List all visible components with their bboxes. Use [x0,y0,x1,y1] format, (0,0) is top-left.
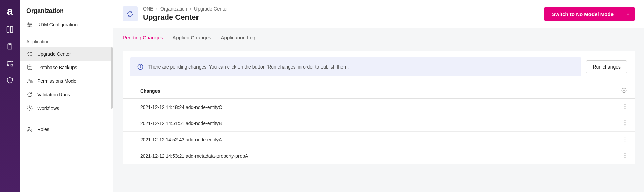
svg-point-24 [624,120,625,121]
shield-icon[interactable] [6,77,14,84]
row-more-button[interactable] [623,102,627,112]
chevron-right-icon: › [156,6,158,12]
sidebar-item-workflows[interactable]: Workflows [20,101,113,115]
svg-point-3 [11,61,13,62]
sidebar-item-upgrade-center[interactable]: Upgrade Center [20,47,113,61]
sidebar-item-validation-runs[interactable]: Validation Runs [20,88,113,101]
mode-button-group: Switch to No Model Mode [544,7,635,21]
sidebar-item-permissions-model[interactable]: Permissions Model [20,74,113,88]
table-row[interactable]: 2021-12-12 14:53:21 add-metadata-propert… [123,148,635,164]
sidebar-item-label: Roles [37,127,49,132]
sidebar-item-database-backups[interactable]: Database Backups [20,61,113,74]
svg-point-25 [624,122,625,123]
change-text: 2021-12-12 14:53:21 add-metadata-propert… [140,153,248,159]
add-change-button[interactable] [621,87,627,94]
sidebar-item-label: Validation Runs [37,92,70,97]
book-icon[interactable] [6,26,14,33]
table-row[interactable]: 2021-12-12 14:52:43 add-node-entityA [123,132,635,148]
svg-point-22 [624,106,625,107]
changes-table-header: Changes [123,83,635,99]
svg-point-32 [624,157,625,158]
chevron-right-icon: › [190,6,191,12]
pending-alert: There are pending changes. You can click… [130,57,581,76]
svg-point-10 [28,79,30,81]
svg-point-23 [624,108,625,109]
database-icon [26,64,33,71]
svg-point-27 [624,136,625,137]
main: ONE › Organization › Upgrade Center Upgr… [113,0,644,192]
breadcrumb-item[interactable]: Organization [160,6,187,12]
svg-point-9 [28,65,32,67]
page-title: Upgrade Center [143,13,228,22]
nodes-icon[interactable] [6,60,14,67]
info-icon [137,63,144,70]
brand-logo: a [7,6,13,16]
column-header-changes: Changes [140,88,160,94]
gear-icon [26,105,33,112]
svg-point-31 [624,155,625,156]
svg-point-14 [31,130,32,131]
row-more-button[interactable] [623,135,627,144]
tab-application-log[interactable]: Application Log [221,35,256,44]
header: ONE › Organization › Upgrade Center Upgr… [113,0,644,28]
switch-mode-button[interactable]: Switch to No Model Mode [544,7,621,21]
breadcrumb-item[interactable]: Upgrade Center [194,6,228,12]
tabs: Pending Changes Applied Changes Applicat… [113,28,644,44]
breadcrumb: ONE › Organization › Upgrade Center [143,6,228,12]
sidebar: Organization RDM Configuration Applicati… [20,0,113,192]
change-text: 2021-12-12 14:51:51 add-node-entityB [140,121,222,126]
sidebar-section-application: Application [20,32,113,47]
sidebar-item-label: RDM Configuration [37,22,78,27]
run-changes-button[interactable]: Run changes [586,60,627,73]
table-row[interactable]: 2021-12-12 14:51:51 add-node-entityB [123,115,635,132]
svg-point-4 [7,65,9,66]
pending-changes-panel: There are pending changes. You can click… [123,51,635,164]
change-text: 2021-12-12 14:52:43 add-node-entityA [140,137,222,142]
sidebar-item-rdm-config[interactable]: RDM Configuration [20,18,113,32]
svg-point-29 [624,140,625,141]
sidebar-title: Organization [20,0,113,18]
table-row[interactable]: 2021-12-12 14:48:24 add-node-entityC [123,99,635,115]
content-area: Pending Changes Applied Changes Applicat… [113,28,644,192]
sidebar-scrollbar[interactable] [111,47,113,109]
svg-point-28 [624,138,625,139]
icon-rail: a [0,0,20,192]
clipboard-icon[interactable] [6,43,14,50]
sync-icon [26,51,33,57]
alert-text: There are pending changes. You can click… [148,64,349,70]
svg-point-21 [624,104,625,105]
sidebar-item-label: Upgrade Center [37,51,71,57]
svg-point-30 [624,153,625,154]
sliders-icon [26,21,33,28]
row-more-button[interactable] [623,151,627,160]
svg-point-17 [140,65,141,66]
svg-point-13 [28,127,30,129]
svg-point-12 [29,108,31,109]
change-text: 2021-12-12 14:48:24 add-node-entityC [140,104,222,110]
tab-applied-changes[interactable]: Applied Changes [172,35,211,44]
svg-rect-5 [11,64,13,66]
svg-point-2 [7,61,9,62]
user-gear-icon [26,126,33,133]
svg-rect-11 [30,81,32,83]
sidebar-item-label: Database Backups [37,65,77,70]
refresh-button[interactable] [123,6,138,21]
sidebar-item-roles[interactable]: Roles [20,122,113,136]
sidebar-item-label: Permissions Model [37,78,77,84]
row-more-button[interactable] [623,119,627,128]
switch-mode-dropdown[interactable] [621,7,635,21]
sidebar-item-label: Workflows [37,105,59,111]
sync-icon [26,91,33,98]
tab-pending-changes[interactable]: Pending Changes [123,35,163,44]
svg-point-26 [624,124,625,125]
breadcrumb-item[interactable]: ONE [143,6,153,12]
user-lock-icon [26,78,33,84]
